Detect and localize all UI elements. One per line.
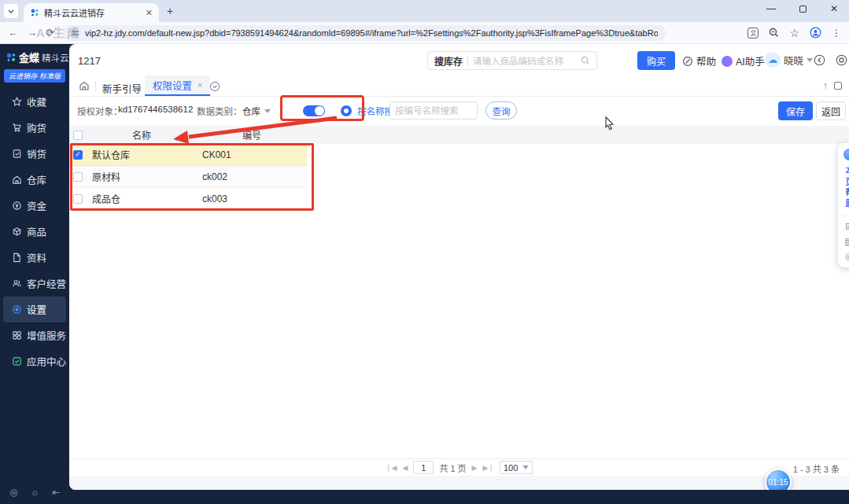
help-float-panel[interactable]: 本页帮助 ⊞ ▤ ◎ — [838, 143, 849, 267]
code-name-search-input[interactable] — [389, 101, 478, 120]
last-page-icon[interactable]: ▶❘ — [483, 464, 494, 472]
table-row[interactable]: 原材料 ck002 — [69, 166, 307, 188]
translate-icon[interactable]: 文 — [747, 28, 759, 39]
select-caret-icon[interactable] — [264, 106, 271, 116]
menu-kebab-icon[interactable]: ⋮ — [832, 28, 841, 39]
ai-icon — [722, 56, 733, 67]
sidebar-item-data[interactable]: 资料 — [3, 245, 66, 270]
cell-name: 原材料 — [87, 170, 197, 183]
browser-tab-title: 精斗云云进销存 — [44, 6, 141, 19]
browser-tab[interactable]: 精斗云云进销存 ✕ — [24, 3, 159, 22]
file-icon — [12, 252, 22, 263]
row-checkbox[interactable] — [73, 172, 83, 182]
page-help-icon[interactable] — [843, 149, 849, 160]
ai-assistant-button[interactable]: AI助手 — [722, 53, 765, 68]
browser-tab-strip: 精斗云云进销存 ✕ + — ✕ — [0, 0, 849, 22]
url-text: vip2-hz.jdy.com/default-new.jsp?dbid=793… — [85, 28, 658, 38]
cell-name: 成品仓 — [87, 192, 197, 205]
row-checkbox[interactable]: ✓ — [73, 150, 83, 160]
save-button[interactable]: 保存 — [778, 101, 813, 120]
user-name: 晓晓 — [784, 53, 803, 68]
page-number-input[interactable] — [413, 461, 434, 474]
tabs-more-icon[interactable] — [209, 81, 220, 92]
row-range-label: 1 - 3 共 3 条 — [793, 462, 840, 475]
query-button[interactable]: 查询 — [485, 101, 517, 120]
restore-header-icon[interactable] — [814, 54, 825, 66]
logo-icon — [6, 52, 17, 63]
site-settings-icon[interactable] — [71, 29, 79, 37]
sidebar-item-settings[interactable]: 设置 — [3, 296, 66, 322]
page-size-select[interactable]: 100 — [500, 461, 533, 474]
sidebar-item-sales[interactable]: 销货 — [3, 141, 66, 167]
by-name-radio[interactable] — [341, 105, 352, 116]
search-placeholder: 请输入商品编码或名称 — [473, 54, 576, 67]
buy-button[interactable]: 购买 — [637, 51, 675, 70]
auth-target-label: 授权对象： — [77, 105, 123, 117]
scroll-top-icon[interactable]: ↑ — [823, 80, 828, 91]
gear-icon[interactable] — [836, 54, 847, 66]
chevron-down-icon — [807, 58, 813, 62]
tab-search-chevron-icon[interactable] — [4, 4, 18, 18]
profile-icon[interactable] — [810, 27, 821, 39]
edition-badge: 云进销存·标准版 — [4, 69, 65, 83]
help-button[interactable]: 帮助 — [682, 53, 716, 68]
window-minimize-button[interactable]: — — [766, 3, 776, 14]
tab-close-icon[interactable]: ✕ — [146, 8, 153, 18]
window-maximize-button[interactable] — [799, 6, 807, 13]
column-header-code: 编号 — [197, 128, 307, 142]
table-row[interactable]: 成品仓 ck003 — [69, 188, 307, 210]
new-tab-button[interactable]: + — [167, 5, 173, 17]
back-button[interactable]: 返回 — [816, 101, 846, 120]
pagination-bar: ❘◀ ◀ 共 1 页 ▶ ▶❘ 100 1 - 3 共 3 条 — [69, 458, 849, 476]
more-circle-icon[interactable]: ◎ — [845, 252, 849, 261]
doc-check-icon — [12, 149, 22, 159]
back-icon[interactable]: ← — [8, 27, 18, 39]
tab-guide[interactable]: 新手引导 — [102, 81, 142, 96]
inventory-search-input[interactable]: 搜库存 请输入商品编码或名称 — [427, 51, 597, 70]
zoom-icon[interactable] — [769, 28, 779, 38]
tab-authority[interactable]: 权限设置 × — [145, 75, 210, 96]
timer-value: 01:15 — [768, 478, 788, 487]
sidebar-item-customers[interactable]: 客户经营 — [3, 270, 66, 296]
app-logo: 金蝶 精斗云 — [0, 44, 69, 64]
user-menu[interactable]: ☁ 晓晓 — [765, 52, 813, 68]
gift-icon[interactable]: ⊞ — [845, 222, 849, 231]
sidebar-item-favorites[interactable]: 收藏 — [3, 89, 66, 115]
select-all-checkbox[interactable] — [73, 131, 83, 140]
sidebar-item-vas[interactable]: 增值服务 — [3, 322, 66, 348]
sidebar-item-goods[interactable]: 商品 — [3, 219, 66, 245]
search-icon[interactable] — [581, 56, 590, 65]
tab-close-icon[interactable]: × — [197, 80, 202, 90]
favicon-icon — [30, 8, 39, 17]
table-row[interactable]: ✓ 默认仓库 CK001 — [69, 144, 307, 166]
expand-icon[interactable] — [834, 82, 842, 90]
forward-icon[interactable]: → — [27, 27, 37, 39]
first-page-icon[interactable]: ❘◀ — [386, 464, 397, 472]
auth-target-value: kd1767446538612 — [118, 105, 193, 114]
home-icon[interactable] — [79, 80, 90, 91]
address-bar[interactable]: vip2-hz.jdy.com/default-new.jsp?dbid=793… — [63, 25, 666, 41]
theme-brightness-icon[interactable]: ☼ — [31, 487, 39, 498]
sidebar-item-appcenter[interactable]: 应用中心 — [3, 348, 66, 374]
timer-bubble[interactable]: 01:15 — [765, 469, 792, 490]
settings-gear-icon[interactable]: ◎ — [9, 487, 17, 498]
page-tab-bar: 新手引导 权限设置 × ↑ — [69, 75, 849, 97]
app-check-icon — [12, 356, 22, 366]
sidebar-item-warehouse[interactable]: 仓库 — [3, 167, 66, 193]
coin-icon — [12, 200, 22, 211]
sidebar-item-purchase[interactable]: 购货 — [3, 115, 66, 141]
window-close-button[interactable]: ✕ — [830, 3, 838, 14]
bookmark-star-icon[interactable]: ☆ — [789, 27, 799, 39]
row-checkbox[interactable] — [73, 194, 83, 204]
table-body: ✓ 默认仓库 CK001 原材料 ck002 成品仓 ck003 — [69, 144, 307, 210]
browser-toolbar: ← → ⟳ AI生成 vip2-hz.jdy.com/default-new.j… — [0, 22, 849, 44]
reload-icon[interactable]: ⟳ — [46, 27, 54, 39]
sidebar-item-funds[interactable]: 资金 — [3, 193, 66, 219]
collapse-sidebar-icon[interactable]: ⇤ — [52, 487, 60, 498]
feedback-icon[interactable]: ▤ — [844, 237, 849, 246]
data-type-label: 数据类别： — [197, 105, 242, 117]
authority-toggle[interactable] — [303, 105, 325, 116]
next-page-icon[interactable]: ▶ — [472, 464, 478, 472]
data-type-select[interactable]: 仓库 — [242, 105, 260, 117]
prev-page-icon[interactable]: ◀ — [402, 464, 408, 472]
